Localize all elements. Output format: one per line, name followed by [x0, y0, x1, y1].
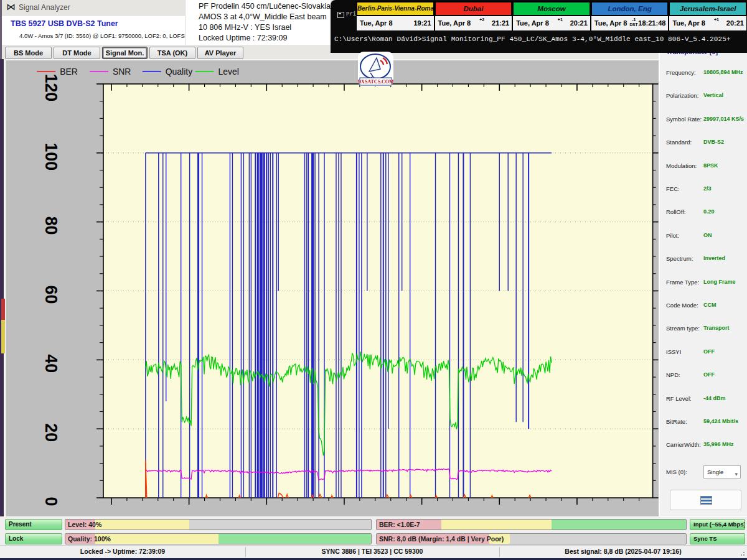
- y-axis-label: 80: [42, 217, 60, 235]
- param-value: 10805,894 MHz: [703, 69, 743, 75]
- annotation-line: 10 806 MHz-V : YES Israel: [199, 23, 291, 32]
- badge-present: Present: [5, 519, 62, 530]
- clock-city: London, Eng: [591, 1, 669, 16]
- param-value: 0.20: [703, 208, 715, 215]
- gauge-text: BER: <1.0E-7: [379, 520, 420, 530]
- clock-city: Moscow: [512, 1, 591, 16]
- gauge-bar: Level: 40%: [65, 519, 372, 530]
- clock-date: Tue, Apr 8: [672, 19, 705, 27]
- transponder-header: Transponder [0]: [666, 53, 718, 55]
- chevron-down-icon: ▾: [735, 469, 738, 480]
- param-label: Pilot:: [666, 232, 679, 239]
- annotation-line: PF Prodelin 450 cm/Lučenec-Slovakia: [199, 2, 331, 11]
- y-axis-label: 20: [42, 423, 60, 442]
- param-label-mis: MIS (0):: [666, 469, 687, 475]
- console-command-line: C:\Users\Roman Dávid>Signal Monitoring_P…: [334, 35, 731, 43]
- clock-2: DubaiTue, Apr 821:21+2: [435, 1, 513, 31]
- param-value: OFF: [703, 371, 715, 378]
- param-value: ON: [703, 232, 712, 238]
- dxsatcs-logo: DXSATCS.COM: [358, 52, 393, 86]
- clock-date: Tue, Apr 8: [438, 19, 471, 27]
- clock-body: Tue, Apr 820:21+1: [512, 16, 591, 31]
- badge-lock: Lock: [5, 533, 62, 544]
- clock-city: Dubai: [435, 1, 513, 16]
- tab-dt-mode[interactable]: DT Mode: [54, 47, 100, 59]
- param-value: 2/3: [703, 185, 712, 192]
- clock-date: Tue, Apr 8: [516, 19, 549, 27]
- gauge-text: Level: 40%: [68, 520, 101, 530]
- param-label: CarrierWidth:: [666, 441, 701, 448]
- clock-utc-offset: -1: [632, 17, 636, 22]
- clock-date: Tue, Apr 8: [360, 19, 393, 27]
- statusbar-best-signal: Best signal: 8,8 dB (2025-04-07 19:16): [565, 548, 681, 555]
- status-bar: Locked -> Uptime: 72:39:09 SYNC 3886 | T…: [0, 545, 747, 558]
- param-value: Long Frame: [703, 279, 736, 285]
- clock-3: MoscowTue, Apr 820:21+1: [512, 1, 591, 31]
- gauge-text: SNR: 8,0 dB (Margin: 1,4 dB | Very Poor): [379, 534, 504, 544]
- y-axis-label: 120: [42, 73, 60, 101]
- param-label: NPD:: [666, 371, 680, 378]
- status-rows: PresentLockInput (~55,4 Mbps)Sync TSLeve…: [0, 516, 747, 545]
- gauge-bar: SNR: 8,0 dB (Margin: 1,4 dB | Very Poor): [376, 533, 687, 544]
- param-value: Inverted: [703, 255, 725, 261]
- transponder-list-button[interactable]: [670, 490, 741, 510]
- param-label: Symbol Rate:: [666, 116, 702, 123]
- titlebar: ⋈ Signal Analyzer: [0, 0, 185, 16]
- legend-level: Level: [218, 67, 239, 77]
- app-title: Signal Analyzer: [19, 3, 70, 12]
- tab-tsa-ok-[interactable]: TSA (OK): [149, 47, 195, 59]
- legend-quality: Quality: [166, 67, 192, 77]
- param-label: RollOff:: [666, 208, 686, 215]
- clock-time: 19:21: [413, 19, 431, 27]
- clock-time: 21:21: [492, 19, 509, 27]
- param-value: 59,424 Mbit/s: [703, 418, 738, 424]
- clock-time: 20:21: [726, 19, 744, 27]
- clock-time: 20:21: [570, 19, 588, 27]
- clock-body: Tue, Apr 819:21: [356, 16, 435, 31]
- badge-right: Sync TS: [690, 533, 745, 544]
- param-label: Spectrum:: [666, 255, 693, 262]
- legend-ber: BER: [60, 67, 78, 77]
- tab-bs-mode[interactable]: BS Mode: [5, 47, 52, 59]
- param-label: Stream type:: [666, 325, 700, 332]
- y-axis-label: 40: [42, 354, 60, 373]
- legend-snr: SNR: [113, 67, 131, 77]
- param-label: FEC:: [666, 185, 680, 192]
- clock-date: Tue, Apr 8: [594, 19, 627, 27]
- param-value: -44 dBm: [703, 395, 726, 401]
- param-label: Code Mode:: [666, 302, 698, 309]
- background-window-edge: [0, 59, 5, 516]
- mis-value: Single: [707, 469, 723, 475]
- list-icon: [700, 496, 712, 505]
- badge-right: Input (~55,4 Mbps): [690, 519, 745, 530]
- transponder-panel: Transponder [0] Frequency:10805,894 MHzP…: [659, 53, 747, 516]
- gauge-bar: Quality: 100%: [65, 533, 372, 544]
- y-axis-label: 60: [42, 286, 60, 304]
- param-value: OFF: [703, 348, 715, 355]
- clock-utc-offset: +1: [558, 17, 563, 22]
- clock-4: London, EngTue, Apr 818:21:48-1DST: [591, 1, 669, 31]
- tab-av-player[interactable]: AV Player: [197, 47, 243, 59]
- param-label: Modulation:: [666, 162, 697, 169]
- param-label: Frequency:: [666, 69, 696, 76]
- y-axis-label: 0: [42, 497, 60, 506]
- clock-5: Jerusalem-IsraelTue, Apr 820:21+1: [669, 1, 747, 31]
- signal-chart: BERSNRQualityLevel020406080100120: [6, 59, 659, 516]
- clock-city: Berlin-Paris-Vienna-Roma: [356, 1, 435, 16]
- clock-body: Tue, Apr 821:21+2: [435, 16, 513, 31]
- tab-signal-mon-[interactable]: Signal Mon.: [102, 47, 148, 59]
- gauge-bar: BER: <1.0E-7: [376, 519, 687, 530]
- mis-dropdown[interactable]: Single ▾: [703, 465, 741, 478]
- clock-utc-offset: +1: [714, 17, 719, 22]
- clock-1: Berlin-Paris-Vienna-RomaTue, Apr 819:21: [356, 1, 435, 31]
- logo-text: DXSATCS.COM: [358, 79, 393, 85]
- app-icon: ⋈: [6, 1, 16, 12]
- resize-grip[interactable]: [738, 549, 745, 556]
- clock-city: Jerusalem-Israel: [669, 1, 747, 16]
- param-label: BitRate:: [666, 418, 687, 425]
- clock-time: 18:21:48: [638, 19, 665, 27]
- y-axis-label: 100: [42, 142, 60, 170]
- world-clocks: Berlin-Paris-Vienna-RomaTue, Apr 819:21D…: [356, 1, 747, 31]
- tuner-title: TBS 5927 USB DVB-S2 Tuner: [11, 19, 118, 28]
- annotation-line: Locked Uptime : 72:39:09: [199, 34, 287, 42]
